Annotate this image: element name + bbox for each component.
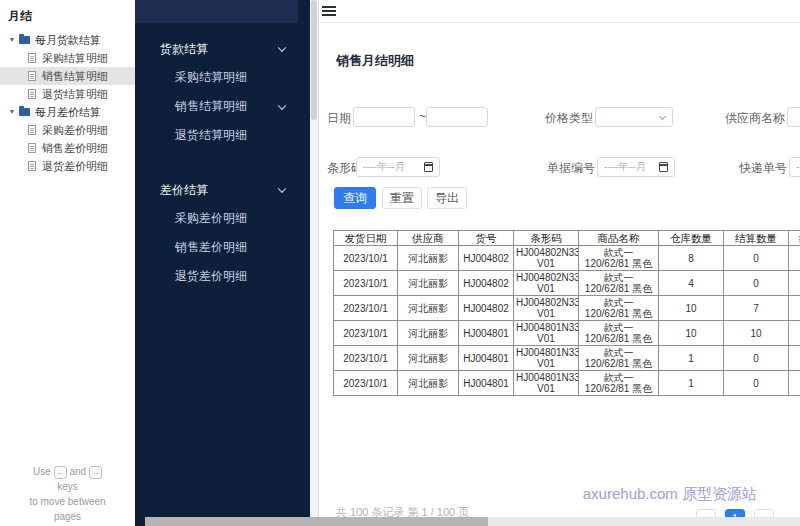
table-cell: 2023/10/1: [334, 246, 398, 271]
chevron-down-icon: [659, 113, 666, 120]
page-title: 销售月结明细: [336, 52, 414, 70]
tree-item[interactable]: 退货差价明细: [0, 157, 135, 175]
date-to-input[interactable]: [426, 107, 488, 127]
tree-item[interactable]: 采购结算明细: [0, 49, 135, 67]
table-cell: 河北丽影: [398, 371, 459, 396]
price-type-select[interactable]: [595, 107, 673, 127]
table-cell: 2023/10/1: [334, 346, 398, 371]
table-row: 2023/10/1河北丽影HJ004802HJ004802N333 V01款式一…: [334, 296, 800, 321]
table-cell: HJ004802N333 V01: [514, 296, 579, 321]
table-cell: 河北丽影: [398, 321, 459, 346]
table-cell: 8: [659, 246, 724, 271]
table-cell: 河北丽影: [398, 346, 459, 371]
query-button[interactable]: 查询: [334, 187, 376, 209]
table-cell: HJ004802N333 V01: [514, 271, 579, 296]
menu-item-label: 退货差价明细: [175, 269, 247, 283]
caret-down-icon[interactable]: ▾: [10, 36, 14, 44]
date-from-input[interactable]: [353, 107, 415, 127]
column-header: 供应商: [398, 231, 459, 246]
table-cell: 10: [724, 321, 789, 346]
tree-item[interactable]: 销售差价明细: [0, 139, 135, 157]
menu-section-2[interactable]: 差价结算: [135, 176, 310, 204]
menu-item[interactable]: 销售差价明细: [135, 233, 310, 262]
menu-item[interactable]: 销售结算明细: [135, 92, 310, 121]
calendar-icon[interactable]: [424, 162, 433, 172]
horizontal-scrollbar[interactable]: [145, 517, 800, 526]
app: 月结 ▾每月货款结算采购结算明细销售结算明细退货结算明细▾每月差价结算采购差价明…: [0, 0, 800, 526]
tree-item[interactable]: 销售结算明细: [0, 67, 135, 85]
table-cell: 款式一 120/62/81 黑色: [579, 321, 659, 346]
top-bar: [319, 0, 800, 23]
table-cell: 河北丽影: [398, 246, 459, 271]
vertical-scrollbar[interactable]: [310, 0, 318, 517]
date-range-separator: ~: [419, 109, 426, 123]
chevron-down-icon: [278, 185, 286, 193]
left-arrow-key-icon: ←: [54, 466, 67, 479]
doc-no-month-value: ----年--月: [604, 160, 646, 174]
tree-item[interactable]: 退货结算明细: [0, 85, 135, 103]
table-row: 2023/10/1河北丽影HJ004801HJ004801N333 V01款式一…: [334, 371, 800, 396]
table-cell: 1: [659, 371, 724, 396]
tree-folder-label: 每月差价结算: [35, 105, 101, 120]
main-content: 销售月结明细 日期 ~ 价格类型 供应商名称 条形码 ----年--月 单据编号…: [318, 0, 800, 526]
table-cell: 10: [659, 321, 724, 346]
horizontal-scrollbar-thumb[interactable]: [145, 517, 488, 526]
export-button[interactable]: 导出: [427, 187, 467, 209]
file-icon: [28, 125, 36, 135]
reset-button[interactable]: 重置: [382, 187, 422, 209]
tree-item-label: 退货结算明细: [42, 87, 108, 102]
table-cell: HJ004801: [459, 346, 514, 371]
menu-item[interactable]: 退货结算明细: [135, 121, 310, 150]
table-cell: 0: [724, 246, 789, 271]
calendar-icon[interactable]: [659, 162, 668, 172]
help-line3: to move between: [0, 494, 135, 509]
express-no-month-picker[interactable]: ----年--月: [789, 157, 800, 177]
tree-folder-row[interactable]: ▾每月货款结算: [0, 31, 135, 49]
menu-section-label: 货款结算: [160, 42, 208, 56]
table-cell: 河北丽影: [398, 271, 459, 296]
menu-item-label: 销售结算明细: [175, 99, 247, 113]
supplier-input[interactable]: [787, 107, 800, 127]
help-line-keys: Use ← and →: [0, 464, 135, 479]
express-no-label: 快递单号: [739, 160, 787, 177]
tree-item-label: 销售差价明细: [42, 141, 108, 156]
dark-sidebar: 货款结算采购结算明细销售结算明细退货结算明细差价结算采购差价明细销售差价明细退货…: [135, 0, 310, 526]
table-cell: 0: [724, 371, 789, 396]
left-sidebar: 月结 ▾每月货款结算采购结算明细销售结算明细退货结算明细▾每月差价结算采购差价明…: [0, 0, 135, 526]
keyboard-help: Use ← and → keys to move between pages: [0, 464, 135, 524]
menu-item-label: 退货结算明细: [175, 128, 247, 142]
help-line4: pages: [0, 509, 135, 524]
menu-section-1[interactable]: 货款结算: [135, 35, 310, 63]
tree-item[interactable]: 采购差价明细: [0, 121, 135, 139]
results-table: 发货日期供应商货号条形码商品名称仓库数量结算数量结算金额2023/10/1河北丽…: [333, 230, 800, 396]
vertical-scrollbar-thumb[interactable]: [311, 0, 317, 120]
table-cell: [789, 271, 800, 296]
table-cell: HJ004802: [459, 296, 514, 321]
barcode-month-picker[interactable]: ----年--月: [356, 157, 440, 177]
table-cell: 2023/10/1: [334, 296, 398, 321]
tree-folder-row[interactable]: ▾每月差价结算: [0, 103, 135, 121]
table-cell: 4: [659, 271, 724, 296]
doc-no-month-picker[interactable]: ----年--月: [597, 157, 675, 177]
menu-item[interactable]: 采购差价明细: [135, 204, 310, 233]
menu-item[interactable]: 采购结算明细: [135, 63, 310, 92]
table-cell: 河北丽影: [398, 296, 459, 321]
file-icon: [28, 89, 36, 99]
collapse-menu-icon[interactable]: [322, 4, 336, 16]
file-icon: [28, 143, 36, 153]
price-type-label: 价格类型: [545, 110, 593, 127]
table-cell: 款式一 120/62/81 黑色: [579, 246, 659, 271]
table-cell: [789, 296, 800, 321]
table-row: 2023/10/1河北丽影HJ004802HJ004802N333 V01款式一…: [334, 271, 800, 296]
table-cell: [789, 321, 800, 346]
table-cell: HJ004801N333 V01: [514, 371, 579, 396]
table-cell: HJ004801: [459, 321, 514, 346]
menu-item[interactable]: 退货差价明细: [135, 262, 310, 291]
table-cell: 款式一 120/62/81 黑色: [579, 346, 659, 371]
menu-item-label: 采购差价明细: [175, 211, 247, 225]
table-cell: [789, 346, 800, 371]
column-header: 货号: [459, 231, 514, 246]
express-no-month-value: ----年--月: [796, 160, 800, 174]
caret-down-icon[interactable]: ▾: [10, 108, 14, 116]
table-cell: HJ004802: [459, 246, 514, 271]
